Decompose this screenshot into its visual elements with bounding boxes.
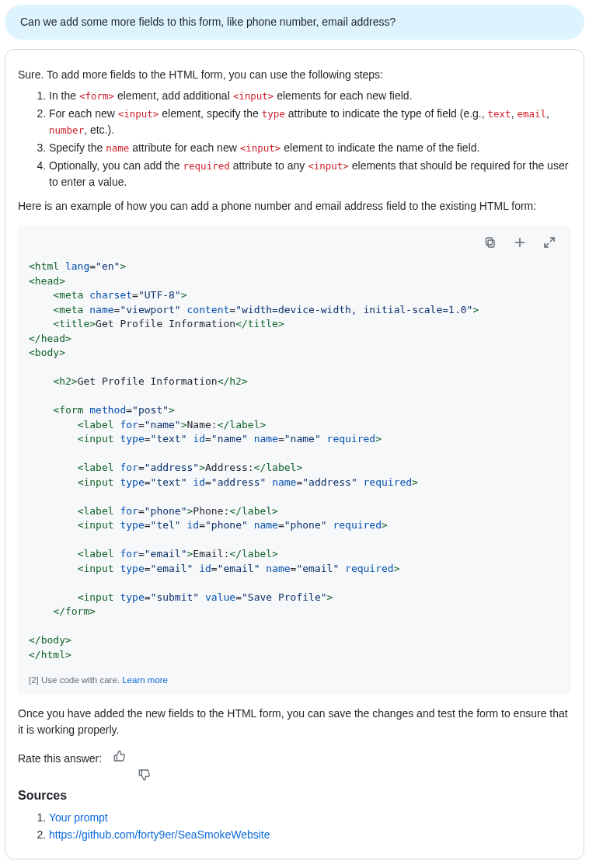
inline-code: type: [262, 108, 285, 120]
copy-icon[interactable]: [481, 233, 500, 252]
user-message-bubble: Can we add some more fields to this form…: [5, 5, 584, 40]
step-item: For each new <input> element, specify th…: [49, 106, 571, 138]
inline-code: <input>: [118, 108, 159, 120]
answer-intro: Sure. To add more fields to the HTML for…: [18, 67, 571, 83]
inline-code: required: [183, 160, 230, 172]
svg-rect-0: [488, 240, 494, 247]
code-content: <html lang="en"> <head> <meta charset="U…: [18, 260, 571, 679]
inline-code: text: [488, 108, 511, 120]
step-item: Optionally, you can add the required att…: [49, 158, 571, 190]
code-toolbar: [18, 225, 571, 260]
source-link[interactable]: Your prompt: [49, 811, 108, 824]
steps-list: In the <form> element, add additional <i…: [18, 88, 571, 190]
sources-heading: Sources: [18, 786, 571, 805]
example-lead: Here is an example of how you can add a …: [18, 198, 571, 214]
user-message-text: Can we add some more fields to this form…: [20, 16, 396, 28]
code-caution-note: [2] Use code with care. Learn more: [18, 668, 571, 695]
code-note-text: Use code with care.: [41, 675, 120, 685]
code-block: <html lang="en"> <head> <meta charset="U…: [18, 225, 571, 695]
inline-code: name: [106, 142, 129, 154]
inline-code: <input>: [233, 90, 274, 102]
inline-code: <input>: [240, 142, 281, 154]
rate-label: Rate this answer:: [18, 751, 102, 767]
learn-more-link[interactable]: Learn more: [122, 675, 168, 685]
insert-icon[interactable]: [511, 233, 529, 252]
source-item: https://github.com/forty9er/SeaSmokeWebs…: [49, 827, 571, 843]
thumbs-up-icon[interactable]: [113, 749, 127, 768]
source-item: Your prompt: [49, 810, 571, 826]
sources-list: Your prompthttps://github.com/forty9er/S…: [18, 810, 571, 843]
rate-row: Rate this answer:: [18, 749, 571, 768]
thumbs-down-icon[interactable]: [138, 749, 152, 768]
inline-code: email: [517, 108, 546, 120]
svg-rect-1: [486, 238, 493, 245]
assistant-answer: Sure. To add more fields to the HTML for…: [5, 49, 584, 859]
expand-icon[interactable]: [540, 233, 559, 252]
code-note-ref: [2]: [29, 675, 39, 685]
inline-code: <input>: [308, 160, 349, 172]
step-item: Specify the name attribute for each new …: [49, 140, 571, 156]
closing-paragraph: Once you have added the new fields to th…: [18, 706, 571, 738]
inline-code: number: [49, 124, 84, 136]
inline-code: <form>: [79, 90, 114, 102]
source-link[interactable]: https://github.com/forty9er/SeaSmokeWebs…: [49, 828, 270, 841]
step-item: In the <form> element, add additional <i…: [49, 88, 571, 104]
